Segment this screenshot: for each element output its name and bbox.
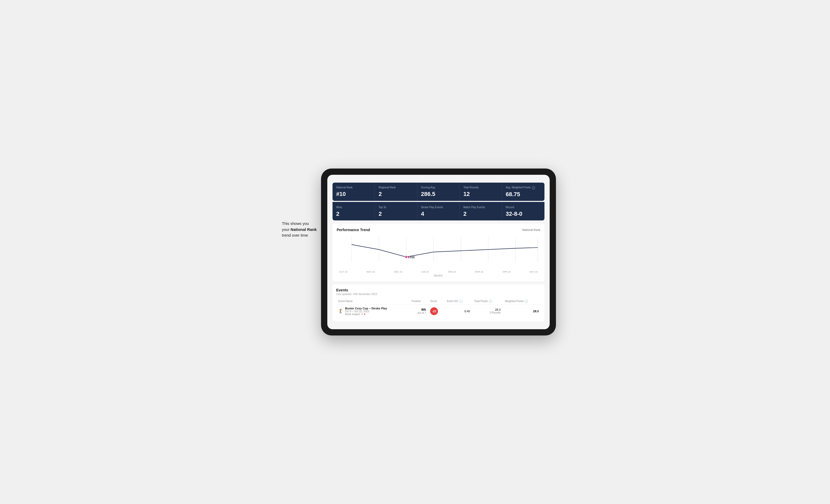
device-screen: National Rank #10 Regional Rank 2 Scorin… [327,175,550,329]
event-score: -22 [428,304,445,318]
x-label-oct23: OCT 23 [339,271,347,273]
x-label-jan24: JAN 24 [421,271,429,273]
stat-stroke-play-events: Stroke Play Events 4 [417,202,459,221]
stat-scoring-avg: Scoring Avg. 286.5 [417,182,459,201]
performance-title: Performance Trend [337,228,370,232]
table-row: 🏌️ Buster Cozy Cup – Stroke Play Oct 9 –… [336,304,541,318]
col-weighted-points: Weighted Points i [503,298,541,305]
stat-avg-weighted-points: Avg. Weighted Points i 68.75 [502,182,544,201]
col-score: Score [428,298,445,305]
events-section: Events Last updated: 24th November 2023 … [332,284,544,322]
performance-chart: #10 [337,235,540,269]
col-event-name: Event Name [336,298,410,305]
svg-point-9 [405,256,408,258]
stat-match-play-events: Match Play Events 2 [459,202,502,221]
event-rank-impact: Rank Impact: 3 ▼ [345,313,387,316]
svg-text:#10: #10 [410,256,415,259]
stats-row-2: Wins 2 Top 3s 2 Stroke Play Events 4 Mat… [332,202,544,221]
x-label-apr24: APR 24 [503,271,511,273]
col-position: Position [410,298,428,305]
event-weighted-points: 28.3 [503,304,541,318]
event-name: Buster Cozy Cup – Stroke Play [345,307,387,310]
chart-x-labels: OCT 23 NOV 23 DEC 23 JAN 24 FEB 24 MAR 2… [337,271,540,273]
info-icon-avg-weighted: i [532,186,535,190]
stat-record: Record 32-8-0 [502,202,544,221]
svg-point-11 [408,257,410,258]
event-sg-value: 0.45 [445,304,472,318]
info-icon-sg: i [459,300,462,303]
col-total-points: Total Points i [472,298,503,305]
col-event-sg: Event SG i [445,298,472,305]
event-date: Oct 9 – Oct 10, 2023 [345,310,387,313]
event-position: 6th out of 7 [410,304,428,318]
stat-top3s: Top 3s 2 [375,202,417,221]
screen-content: National Rank #10 Regional Rank 2 Scorin… [327,175,550,329]
x-label-mar24: MAR 24 [475,271,483,273]
score-badge: -22 [430,307,438,315]
events-title: Events [336,288,541,292]
events-table-body: 🏌️ Buster Cozy Cup – Stroke Play Oct 9 –… [336,304,541,318]
performance-section: Performance Trend National Rank [332,224,544,281]
months-axis-label: Months [337,274,540,277]
event-name-cell: 🏌️ Buster Cozy Cup – Stroke Play Oct 9 –… [336,304,410,318]
chart-area: #10 [337,235,540,269]
performance-legend: National Rank [522,228,540,231]
x-label-feb24: FEB 24 [448,271,456,273]
stat-wins: Wins 2 [332,202,375,221]
event-total-points: 28.3 3 Rounds [472,304,503,318]
info-icon-total-points: i [489,300,492,303]
events-last-updated: Last updated: 24th November 2023 [336,293,541,296]
device-frame: National Rank #10 Regional Rank 2 Scorin… [321,169,556,335]
stats-row-1: National Rank #10 Regional Rank 2 Scorin… [332,182,544,201]
stat-total-rounds: Total Rounds 12 [459,182,502,201]
event-golf-icon: 🏌️ [338,309,344,313]
events-table-header: Event Name Position Score Event SG i Tot… [336,298,541,305]
perf-header: Performance Trend National Rank [337,228,540,232]
info-icon-weighted-points: i [525,300,528,303]
stat-national-rank: National Rank #10 [332,182,375,201]
x-label-nov23: NOV 23 [366,271,375,273]
x-label-dec23: DEC 23 [394,271,402,273]
events-table: Event Name Position Score Event SG i Tot… [336,298,541,318]
stat-regional-rank: Regional Rank 2 [375,182,417,201]
x-label-may24: MAY 24 [530,271,538,273]
